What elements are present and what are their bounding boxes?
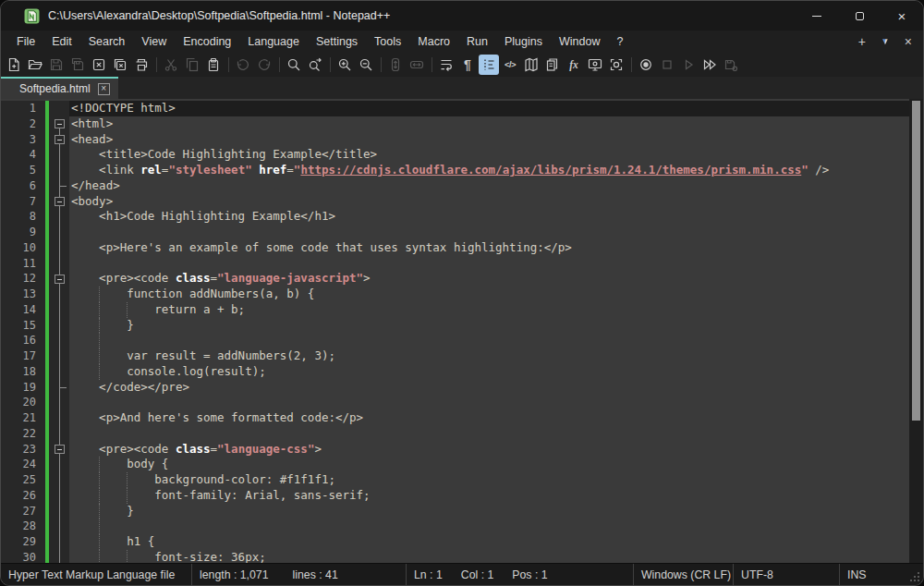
document-snapshot-button[interactable] xyxy=(606,55,626,75)
code-line[interactable]: <!DOCTYPE html> xyxy=(69,101,909,116)
word-wrap-button[interactable] xyxy=(436,55,456,75)
find-button[interactable] xyxy=(284,55,304,75)
code-line[interactable] xyxy=(69,395,909,410)
status-eol-format[interactable]: Windows (CR LF) xyxy=(633,564,733,585)
fold-collapse-icon[interactable] xyxy=(55,197,65,206)
code-line[interactable]: <title>Code Highlighting Example</title> xyxy=(69,147,909,163)
document-map-button[interactable] xyxy=(521,55,541,75)
code-line[interactable]: console.log(result); xyxy=(69,364,909,380)
show-symbol-button[interactable]: </> xyxy=(500,55,520,75)
macro-run-multiple-button[interactable] xyxy=(699,55,720,75)
code-line[interactable]: background-color: #f1f1f1; xyxy=(69,472,909,488)
fold-collapse-icon[interactable] xyxy=(55,445,65,454)
document-list-button[interactable] xyxy=(542,55,563,75)
code-line[interactable] xyxy=(69,426,909,442)
menu-encoding[interactable]: Encoding xyxy=(175,31,239,52)
code-line[interactable]: } xyxy=(69,318,909,334)
menu-help[interactable]: ? xyxy=(608,31,631,52)
pos-label: Pos : 1 xyxy=(512,568,547,581)
paste-button[interactable] xyxy=(203,55,224,75)
fold-collapse-icon[interactable] xyxy=(55,275,65,284)
maximize-button[interactable] xyxy=(838,1,881,31)
zoom-in-button[interactable] xyxy=(334,55,355,75)
code-line[interactable]: <body> xyxy=(69,194,909,210)
show-all-characters-button[interactable]: ¶ xyxy=(457,55,478,75)
tab-close-icon[interactable]: × xyxy=(98,83,110,95)
minimize-button[interactable] xyxy=(796,1,838,31)
menu-view[interactable]: View xyxy=(133,31,175,52)
fold-margin-cell[interactable] xyxy=(51,132,69,148)
code-line[interactable]: <h1>Code Highlighting Example</h1> xyxy=(69,209,909,225)
code-line[interactable]: <pre><code class="language-css"> xyxy=(69,442,909,458)
fold-margin-cell xyxy=(51,147,69,163)
save-all-icon xyxy=(70,57,85,72)
code-line[interactable] xyxy=(69,256,909,272)
menu-tools[interactable]: Tools xyxy=(366,31,409,52)
close-button[interactable]: × xyxy=(881,1,923,31)
open-folder-button[interactable] xyxy=(25,55,45,75)
editor[interactable]: 1<!DOCTYPE html>2<html>3<head>4 <title>C… xyxy=(1,99,923,563)
fold-margin-cell[interactable] xyxy=(51,271,69,287)
code-line[interactable] xyxy=(69,519,909,534)
code-line[interactable]: <p>And here's some formatted code:</p> xyxy=(69,410,909,426)
zoom-out-button[interactable] xyxy=(356,55,376,75)
code-line[interactable]: h1 { xyxy=(69,534,909,550)
fold-margin-cell[interactable] xyxy=(51,194,69,210)
close-all-documents-button[interactable] xyxy=(110,55,130,75)
fold-margin-cell[interactable] xyxy=(51,442,69,458)
code-line[interactable]: </code></pre> xyxy=(69,380,909,396)
menu-window[interactable]: Window xyxy=(551,31,608,52)
change-history-marker xyxy=(44,116,51,132)
tab-list-dropdown-icon[interactable]: ▼ xyxy=(881,36,890,46)
code-line[interactable]: var result = addNumbers(2, 3); xyxy=(69,348,909,364)
new-tab-plus-button[interactable]: + xyxy=(858,34,866,49)
scrollbar-thumb[interactable] xyxy=(912,101,920,421)
code-line[interactable]: font-family: Arial, sans-serif; xyxy=(69,488,909,504)
macro-record-button[interactable] xyxy=(636,55,656,75)
code-line[interactable]: function addNumbers(a, b) { xyxy=(69,287,909,302)
close-document-button[interactable] xyxy=(89,55,109,75)
code-line[interactable]: } xyxy=(69,504,909,519)
editor-line-11: 11 xyxy=(1,256,909,272)
show-indent-guide-button[interactable] xyxy=(479,55,499,75)
print-button[interactable] xyxy=(131,55,152,75)
menu-language[interactable]: Language xyxy=(239,31,308,52)
redo-icon xyxy=(257,57,272,72)
new-file-button[interactable] xyxy=(4,55,24,75)
vertical-scrollbar[interactable] xyxy=(909,99,923,563)
status-typing-mode[interactable]: INS xyxy=(839,564,923,585)
code-line[interactable]: </head> xyxy=(69,178,909,194)
menu-plugins[interactable]: Plugins xyxy=(496,31,551,52)
replace-button[interactable] xyxy=(305,55,325,75)
code-line[interactable]: <head> xyxy=(69,132,909,148)
code-line[interactable]: body { xyxy=(69,457,909,472)
menu-file[interactable]: File xyxy=(8,31,43,52)
line-number: 8 xyxy=(1,209,44,225)
code-line[interactable]: <html> xyxy=(69,116,909,132)
menu-macro[interactable]: Macro xyxy=(409,31,458,52)
fold-collapse-icon[interactable] xyxy=(55,119,65,128)
code-line[interactable]: <link rel="stylesheet" href="https://cdn… xyxy=(69,163,909,178)
menu-run[interactable]: Run xyxy=(458,31,496,52)
fold-collapse-icon[interactable] xyxy=(55,135,65,144)
resize-grip-icon[interactable] xyxy=(908,570,921,583)
editor-line-4: 4 <title>Code Highlighting Example</titl… xyxy=(1,147,909,163)
code-line[interactable]: font-size: 36px; xyxy=(69,550,909,563)
tab-softpedia-html[interactable]: Softpedia.html × xyxy=(1,77,118,99)
menu-settings[interactable]: Settings xyxy=(308,31,366,52)
menu-edit[interactable]: Edit xyxy=(43,31,80,52)
menubar-close-button[interactable]: × xyxy=(905,34,912,49)
editor-line-15: 15 } xyxy=(1,318,909,334)
monitoring-button[interactable] xyxy=(585,55,605,75)
function-list-button[interactable]: fx xyxy=(564,55,584,75)
code-line[interactable]: <pre><code class="language-javascript"> xyxy=(69,271,909,287)
code-line[interactable]: return a + b; xyxy=(69,302,909,318)
fold-margin-cell[interactable] xyxy=(51,116,69,132)
status-doc-type: Hyper Text Markup Language file xyxy=(1,564,191,585)
redo-button xyxy=(254,55,274,75)
status-encoding[interactable]: UTF-8 xyxy=(733,564,839,585)
code-line[interactable] xyxy=(69,333,909,348)
menu-search[interactable]: Search xyxy=(80,31,134,52)
code-line[interactable] xyxy=(69,225,909,240)
code-line[interactable]: <p>Here's an example of some code that u… xyxy=(69,240,909,256)
